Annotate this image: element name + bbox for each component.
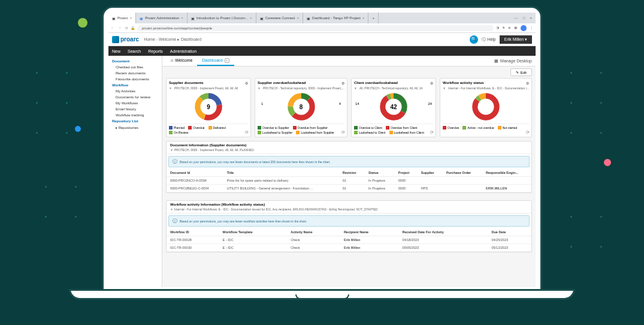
refresh-icon[interactable]: ⟳	[245, 130, 249, 135]
chart-label: 4	[339, 102, 341, 106]
breadcrumb[interactable]: Home - Welcome ▸ Dashboard	[144, 37, 201, 42]
tab-close-icon[interactable]: ×	[362, 16, 365, 20]
gear-icon[interactable]: ⚙	[526, 81, 529, 85]
decor-dot	[600, 102, 602, 104]
panel-filter[interactable]: PROTECH, 0000 - Implement Proarc, All, A…	[170, 148, 528, 152]
sidebar-item[interactable]: Documents for review	[108, 94, 162, 100]
search-button[interactable]: 🔍	[470, 35, 478, 44]
search-icon: 🔍	[471, 37, 477, 42]
edit-button[interactable]: ✎Edit	[510, 68, 532, 76]
col-header[interactable]: Supplier	[418, 169, 443, 177]
table-row[interactable]: IDC-TR-00028E - IDCCheckErik Millen04/18…	[167, 236, 531, 244]
info-bar: Based on your permissions, you may see f…	[168, 215, 530, 227]
extension-icon[interactable]: ◑	[496, 25, 499, 31]
sidebar-item[interactable]: Checked out files	[108, 64, 162, 70]
col-header[interactable]: Revision	[339, 169, 365, 177]
tab-close-icon[interactable]: ×	[250, 16, 252, 20]
gear-icon[interactable]: ⚙	[341, 81, 344, 85]
sidebar-section-document[interactable]: Document	[108, 58, 162, 64]
logo[interactable]: proarc	[112, 36, 139, 43]
close-icon[interactable]: ×	[530, 16, 532, 20]
tabs-row: ⌂Welcome Dashboard× ▦Manage Desktop	[162, 56, 536, 67]
col-header[interactable]: Recipient Name	[340, 228, 399, 236]
gear-icon[interactable]: ⚙	[245, 81, 248, 85]
new-tab-button[interactable]: +	[368, 13, 379, 23]
reload-icon[interactable]: ⟳	[125, 26, 128, 30]
back-icon[interactable]: ←	[111, 26, 114, 30]
gear-icon[interactable]: ⚙	[430, 81, 433, 85]
sidebar-item[interactable]: Favourite documents	[108, 76, 162, 82]
maximize-icon[interactable]: □	[523, 16, 525, 20]
url-input[interactable]: proarc.proarconline.com/app/contact/peop…	[137, 25, 494, 31]
tab-close-icon[interactable]: ×	[181, 16, 183, 20]
browser-tab[interactable]: ▣Proarc Administration×	[136, 13, 188, 23]
col-header[interactable]: Workflow Template	[219, 228, 288, 236]
col-header[interactable]: Title	[223, 169, 339, 177]
user-menu[interactable]: Erik Millen ▾	[500, 35, 532, 44]
menu-icon[interactable]: ⋮	[530, 25, 533, 31]
sidebar-item[interactable]: Recent documents	[108, 70, 162, 76]
tab-dashboard[interactable]: Dashboard×	[197, 56, 234, 66]
panel-filter[interactable]: Internal - For Internal Workflows, E - I…	[170, 207, 528, 211]
extension-icon[interactable]: ◈	[508, 25, 511, 31]
help-link[interactable]: ⓘ Help	[482, 37, 495, 43]
sidebar-item[interactable]: Workflow tracking	[108, 112, 162, 118]
decor-dot	[600, 216, 602, 218]
legend-swatch	[354, 126, 358, 130]
decor-dot	[36, 102, 38, 104]
sidebar-item[interactable]: Email history	[108, 106, 162, 112]
decor-dot	[75, 216, 77, 218]
tab-close-icon[interactable]: ×	[225, 58, 229, 63]
sidebar-item[interactable]: My Workflows	[108, 100, 162, 106]
legend-swatch	[258, 126, 261, 130]
browser-tab[interactable]: ▣Dashboard - Tango XP Project×	[303, 13, 368, 23]
decor-dot	[78, 18, 87, 28]
tab-close-icon[interactable]: ×	[130, 16, 132, 20]
sidebar-item[interactable]: My Activities	[108, 88, 162, 94]
extension-icon[interactable]: ▣	[514, 25, 518, 31]
col-header[interactable]: Project	[395, 169, 418, 177]
refresh-icon[interactable]: ⟳	[526, 130, 530, 135]
panel-workflow-info: Workflow activity Information (Workflow …	[166, 200, 532, 252]
menu-administration[interactable]: Administration	[170, 49, 196, 53]
sidebar-section-repository[interactable]: Repository List	[108, 118, 162, 124]
forward-icon[interactable]: →	[118, 26, 122, 30]
table-row[interactable]: 0000-PRO2BEUG-C-0004UTILITY BUILDING - G…	[167, 185, 531, 192]
manage-desktop-button[interactable]: ▦Manage Desktop	[494, 59, 532, 64]
col-header[interactable]: Due Date	[488, 228, 531, 236]
screen: ▣Proarc× ▣Proarc Administration× ▣Introd…	[108, 13, 536, 287]
menu-search[interactable]: Search	[128, 49, 141, 53]
workflow-table: Workflow ID Workflow Template Activity N…	[167, 228, 531, 252]
card-title: Supplier overdue/lookahead	[258, 81, 306, 85]
refresh-icon[interactable]: ⟳	[341, 130, 345, 135]
legend-swatch	[354, 131, 358, 134]
col-header[interactable]: Received Date For Activity	[399, 228, 488, 236]
col-header[interactable]: Document Id	[167, 169, 223, 177]
legend-swatch	[293, 126, 297, 130]
profile-avatar-icon[interactable]	[521, 25, 527, 31]
sidebar: Document Checked out files Recent docume…	[108, 56, 162, 287]
col-header[interactable]: Status	[365, 169, 395, 177]
lock-icon[interactable]: 🔒	[131, 26, 135, 30]
sidebar-section-workflow[interactable]: Workflow	[108, 82, 162, 88]
decor-dot	[600, 132, 602, 134]
table-row[interactable]: IDC-TR-00030E - IDCCheckErik Millen05/05…	[167, 244, 531, 252]
col-header[interactable]: Purchase Order	[443, 169, 482, 177]
browser-tab[interactable]: ▣Introduction to Proarc | Docum...×	[188, 13, 256, 23]
browser-tab[interactable]: ▣Proarc×	[108, 13, 136, 23]
tab-close-icon[interactable]: ×	[297, 16, 300, 20]
minimize-icon[interactable]: —	[515, 16, 518, 20]
browser-tab[interactable]: ▣Coreware Connect×	[256, 13, 304, 23]
refresh-icon[interactable]: ⟳	[430, 130, 434, 135]
extension-icon[interactable]: ★	[502, 25, 505, 31]
table-row[interactable]: 0000-PRO2NCO-A-0034Price list for spare …	[167, 177, 531, 185]
menu-new[interactable]: New	[112, 49, 120, 53]
menu-reports[interactable]: Reports	[148, 49, 163, 53]
sidebar-item[interactable]: ▸ Repositories	[108, 124, 162, 131]
col-header[interactable]: Activity Name	[287, 228, 340, 236]
col-header[interactable]: Workflow ID	[167, 228, 219, 236]
tab-welcome[interactable]: ⌂Welcome	[166, 56, 197, 65]
donut-chart[interactable]	[471, 92, 500, 121]
col-header[interactable]: Responsible Engin...	[482, 169, 531, 177]
legend-swatch	[386, 126, 389, 130]
